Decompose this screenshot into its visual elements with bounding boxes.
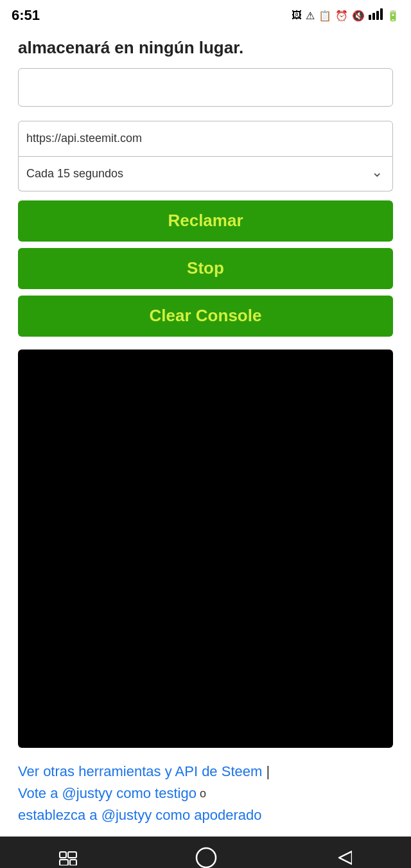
bottom-nav: [0, 837, 411, 868]
interval-select-wrapper: Cada 5 segundos Cada 15 segundos Cada 30…: [18, 157, 393, 191]
svg-rect-4: [60, 852, 66, 858]
home-circle-icon: [195, 847, 217, 868]
reclamar-button[interactable]: Reclamar: [18, 200, 393, 242]
tools-link[interactable]: Ver otras herramientas y API de Steem: [18, 763, 262, 779]
main-content: almacenará en ningún lugar. Cada 5 segun…: [0, 31, 411, 837]
svg-rect-7: [70, 860, 76, 865]
svg-rect-3: [380, 8, 383, 20]
svg-rect-1: [372, 13, 375, 20]
nav-home-button[interactable]: [195, 847, 217, 868]
separator: |: [262, 763, 270, 779]
nav-back-button[interactable]: [335, 850, 352, 868]
svg-marker-9: [339, 851, 352, 864]
svg-point-8: [197, 848, 216, 867]
alarm-icon: ⏰: [335, 10, 348, 22]
api-url-input[interactable]: [18, 121, 393, 157]
console-output: [18, 350, 393, 748]
clear-console-button[interactable]: Clear Console: [18, 296, 393, 337]
back-arrow-icon: [335, 850, 352, 868]
stop-button[interactable]: Stop: [18, 248, 393, 289]
proxy-link[interactable]: establezca a @justyy como apoderado: [18, 807, 261, 823]
recent-apps-icon: [59, 850, 77, 868]
svg-rect-0: [369, 15, 371, 20]
nav-recent-button[interactable]: [59, 850, 77, 868]
top-description-text: almacenará en ningún lugar.: [18, 31, 393, 68]
interval-select[interactable]: Cada 5 segundos Cada 15 segundos Cada 30…: [18, 157, 393, 191]
clipboard-icon: 📋: [319, 10, 331, 22]
svg-rect-5: [68, 852, 76, 858]
svg-rect-2: [376, 11, 379, 20]
vote-witness-link[interactable]: Vote a @justyy como testigo: [18, 785, 197, 801]
gallery-icon: 🖼: [292, 10, 302, 21]
svg-rect-6: [60, 860, 68, 865]
circle-o: o: [197, 787, 206, 800]
mute-icon: 🔇: [352, 10, 365, 22]
footer-links: Ver otras herramientas y API de Steem | …: [18, 761, 393, 837]
status-time: 6:51: [12, 7, 40, 24]
status-bar: 6:51 🖼 ⚠ 📋 ⏰ 🔇 🔋: [0, 0, 411, 31]
warning-icon: ⚠: [306, 10, 315, 22]
signal-icon: [369, 8, 383, 22]
private-key-input[interactable]: [18, 68, 393, 107]
status-icons: 🖼 ⚠ 📋 ⏰ 🔇 🔋: [292, 8, 399, 22]
battery-icon: 🔋: [387, 10, 399, 22]
